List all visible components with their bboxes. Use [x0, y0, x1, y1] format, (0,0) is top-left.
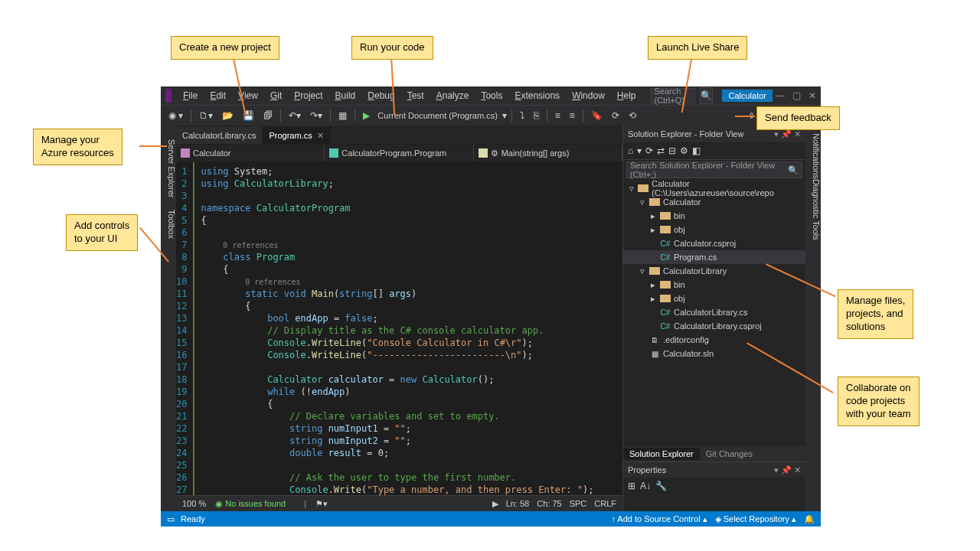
callout-line [735, 116, 755, 117]
solution-explorer-panel: Solution Explorer - Folder View ▾ 📌 ✕ ⌂▾… [622, 126, 805, 511]
toolbar: ◉ ▾ 🗋▾ 📂 💾 🗐 ↶▾ ↷▾ ▦ ▶ Current Document … [161, 105, 821, 126]
outdent-button[interactable]: ≡ [567, 109, 578, 122]
left-tool-tabs: Server ExplorerToolbox [161, 126, 176, 511]
collapse-icon[interactable]: ⊟ [668, 145, 676, 156]
callout-create-project: Create a new project [171, 36, 279, 60]
alpha-icon[interactable]: A↓ [640, 481, 651, 491]
panel-tabs: Solution ExplorerGit Changes [623, 446, 805, 461]
sln-toolbar: ⌂▾ ⟳ ⇄ ⊟ ⚙ ◧ [623, 142, 805, 160]
tree-item[interactable]: ▿Calculator (C:\Users\azureuser\source\r… [623, 181, 805, 195]
menu-test[interactable]: Test [402, 89, 430, 103]
tree-item[interactable]: C#Calculator.csproj [623, 236, 805, 250]
tree-item[interactable]: C#CalculatorLibrary.cs [623, 305, 805, 319]
panel-tab[interactable]: Git Changes [700, 448, 759, 460]
tool-icon[interactable]: ⚙ [680, 145, 688, 156]
tree-item[interactable]: C#CalculatorLibrary.csproj [623, 319, 805, 333]
menu-project[interactable]: Project [289, 89, 328, 103]
callout-add-controls: Add controls to your UI [66, 214, 138, 251]
menu-edit[interactable]: Edit [204, 89, 231, 103]
pin-icon[interactable]: ▾ 📌 ✕ [774, 129, 801, 139]
document-tabs: CalculatorLibrary.csProgram.cs✕ [176, 126, 622, 144]
menu-debug[interactable]: Debug [362, 89, 400, 103]
tool-icon[interactable]: ⟳ [609, 109, 622, 122]
right-tab[interactable]: Notifications [812, 133, 821, 179]
status-ch: Ch: 75 [537, 499, 561, 509]
statusbar: ▭ Ready ↑ Add to Source Control ▴ ◈ Sele… [161, 511, 821, 527]
callout-manage-files: Manage files, projects, and solutions [838, 289, 913, 339]
search-input[interactable]: Search (Ctrl+Q) [651, 88, 696, 103]
menu-tools[interactable]: Tools [475, 89, 508, 103]
menu-analyze[interactable]: Analyze [431, 89, 475, 103]
nav-member[interactable]: ⚙Main(string[] args) [474, 145, 622, 161]
sync-icon[interactable]: ⇄ [657, 145, 665, 156]
tool-icon[interactable]: ⎘ [531, 109, 542, 122]
document-tab[interactable]: CalculatorLibrary.cs [176, 127, 263, 144]
tree-item[interactable]: C#Program.cs [623, 250, 805, 264]
menu-build[interactable]: Build [330, 89, 361, 103]
bell-icon[interactable]: 🔔 [804, 514, 815, 524]
tree-item[interactable]: ▸bin [623, 209, 805, 223]
close-tab-icon[interactable]: ✕ [317, 131, 324, 141]
menu-extensions[interactable]: Extensions [509, 89, 565, 103]
indent-button[interactable]: ≡ [552, 109, 564, 122]
tree-item[interactable]: ▸obj [623, 292, 805, 305]
issues-status[interactable]: No issues found [225, 499, 286, 508]
code-editor[interactable]: 1234567891011121314151617181920212223242… [176, 162, 622, 495]
status-crlf: CRLF [594, 499, 616, 509]
menu-help[interactable]: Help [612, 89, 642, 103]
new-project-button[interactable]: 🗋▾ [196, 109, 216, 122]
run-button[interactable]: ▶ [360, 109, 373, 122]
titlebar: FileEditViewGitProjectBuildDebugTestAnal… [161, 86, 821, 105]
close-icon[interactable]: ✕ [808, 90, 816, 101]
select-repository[interactable]: Select Repository [724, 514, 789, 523]
maximize-icon[interactable]: ▢ [792, 90, 801, 101]
save-all-button[interactable]: 🗐 [260, 109, 276, 122]
add-source-control[interactable]: Add to Source Control [617, 514, 700, 523]
menu-file[interactable]: File [178, 89, 203, 103]
categorize-icon[interactable]: ⊞ [628, 481, 635, 491]
code-content[interactable]: using System;using CalculatorLibrary; na… [194, 162, 622, 495]
bookmark-button[interactable]: 🔖 [588, 109, 606, 122]
menu-window[interactable]: Window [567, 89, 610, 103]
panel-tab[interactable]: Solution Explorer [623, 448, 700, 460]
refresh-icon[interactable]: ⟳ [645, 145, 653, 156]
vs-ide-window: FileEditViewGitProjectBuildDebugTestAnal… [161, 86, 821, 526]
nav-back-button[interactable]: ◉ ▾ [165, 109, 186, 122]
solution-config[interactable]: Calculator [722, 90, 773, 102]
right-tool-tabs: NotificationsDiagnostic Tools [805, 126, 821, 511]
vs-logo-icon [165, 89, 172, 103]
nav-class[interactable]: CalculatorProgram.Program [325, 145, 473, 161]
solution-tree[interactable]: ▿Calculator (C:\Users\azureuser\source\r… [623, 180, 805, 446]
properties-panel: Properties▾ 📌 ✕ ⊞A↓🔧 [623, 461, 805, 511]
status-spc: SPC [570, 499, 587, 509]
tree-item[interactable]: ▸bin [623, 278, 805, 292]
window-controls: — ▢ ✕ [776, 90, 816, 101]
open-button[interactable]: 📂 [219, 109, 237, 122]
search-button[interactable]: 🔍 [700, 87, 713, 104]
menu-view[interactable]: View [233, 89, 263, 103]
properties-title: Properties [628, 465, 666, 474]
tool-icon[interactable]: ◧ [692, 145, 701, 156]
wrench-icon[interactable]: 🔧 [655, 481, 667, 491]
build-button[interactable]: ▦ [335, 109, 350, 122]
redo-button[interactable]: ↷▾ [307, 109, 325, 122]
run-target[interactable]: Current Document (Program.cs) [377, 111, 498, 120]
sln-search-input[interactable]: Search Solution Explorer - Folder View (… [626, 161, 802, 178]
tree-item[interactable]: 🗎.editorconfig [623, 333, 805, 347]
right-tab[interactable]: Diagnostic Tools [812, 179, 821, 240]
home-icon[interactable]: ⌂ [628, 145, 633, 156]
undo-button[interactable]: ↶▾ [286, 109, 304, 122]
menu-git[interactable]: Git [265, 89, 287, 103]
editor-statusbar: 100 % ◉ No issues found | ⚑▾ ▶ Ln: 58 Ch… [176, 495, 622, 511]
tree-item[interactable]: ▸obj [623, 223, 805, 236]
step-button[interactable]: ⤵ [517, 109, 528, 122]
nav-scope[interactable]: Calculator [176, 145, 325, 161]
minimize-icon[interactable]: — [776, 90, 785, 101]
zoom-level[interactable]: 100 % [182, 499, 206, 508]
save-button[interactable]: 💾 [240, 109, 257, 122]
tree-item[interactable]: ▦Calculator.sln [623, 347, 805, 360]
document-tab[interactable]: Program.cs✕ [263, 127, 330, 144]
menubar: FileEditViewGitProjectBuildDebugTestAnal… [178, 89, 641, 103]
output-icon[interactable]: ▭ [167, 514, 175, 524]
tool-icon[interactable]: ⟲ [626, 109, 639, 122]
